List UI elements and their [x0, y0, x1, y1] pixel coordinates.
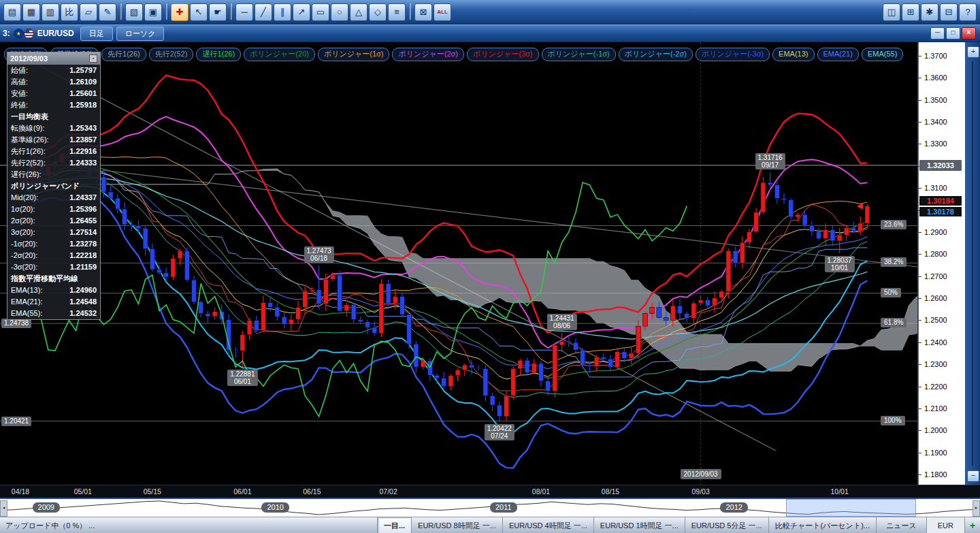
parallel-lines-tool-icon[interactable]: ∥ [274, 3, 291, 21]
zoom-scroll-track[interactable] [972, 61, 973, 466]
price-axis-label: 1.2400 [924, 338, 947, 346]
eraser-icon[interactable]: ⊠ [414, 3, 432, 21]
chart-tabs: 一目...EUR/USD 8時間足 一...EUR/USD 4時間足 一...E… [377, 517, 876, 533]
rectangle-tool-icon[interactable]: ▭ [312, 3, 329, 21]
zoom-out-button[interactable]: − [967, 470, 979, 482]
symbol-label: EUR/USD [37, 29, 74, 38]
print-icon[interactable]: ⊟ [940, 3, 958, 21]
settings-gear-icon[interactable]: ✱ [921, 3, 938, 21]
fib-level-label: 23.6% [881, 220, 906, 229]
palette-icon[interactable]: ▱ [80, 3, 97, 21]
polygon-tool-icon[interactable]: ◇ [369, 3, 387, 21]
zoom-in-button[interactable]: + [967, 46, 979, 58]
last-price-arrow-icon [857, 203, 863, 210]
tooltip-row: 終値:1.25918 [7, 99, 100, 111]
price-chart-svg[interactable] [0, 42, 917, 485]
legend-item[interactable]: 先行1(26) [101, 48, 146, 61]
price-axis-label: 1.1900 [924, 449, 947, 457]
edit-pencil-icon[interactable]: ✎ [99, 3, 116, 21]
legend-item[interactable]: ボリンジャー(2σ) [392, 48, 464, 61]
pointer-tool-icon[interactable]: ↖ [190, 3, 208, 21]
legend-item[interactable]: ボリンジャー(-3σ) [696, 48, 770, 61]
legend-item[interactable]: 遅行1(26) [196, 48, 241, 61]
chart-layout-icon[interactable]: ▧ [125, 3, 143, 21]
compare-icon[interactable]: 比 [61, 3, 78, 21]
restore-button[interactable]: □ [946, 27, 960, 39]
us-flag-icon [24, 29, 34, 39]
crosshair-tool-icon[interactable]: ✚ [171, 3, 189, 21]
fit-window-icon[interactable]: ⊞ [902, 3, 919, 21]
fib-anchor-price-label: 1.32033 [919, 160, 962, 171]
add-tab-button[interactable]: + [964, 517, 980, 533]
chart-canvas[interactable]: 転換線(9)基準線(26)先行1(26)先行2(52)遅行1(26)ボリンジャー… [0, 42, 918, 485]
legend-item[interactable]: EMA(21) [817, 48, 859, 61]
axis-tick [919, 474, 921, 475]
navigator-left-button[interactable]: ◂ [0, 500, 7, 517]
fibonacci-tool-icon[interactable]: ≡ [388, 3, 406, 21]
chart-tab[interactable]: EUR/USD 4時間足 一... [502, 517, 593, 533]
axis-tick [919, 78, 921, 78]
fib-level-label: 100% [881, 416, 905, 425]
axis-tick [919, 276, 921, 277]
minimize-button[interactable]: ─ [930, 27, 945, 39]
close-button[interactable]: × [962, 27, 976, 39]
price-axis-label: 1.3600 [924, 74, 947, 82]
arrow-line-tool-icon[interactable]: ↗ [293, 3, 310, 21]
navigator-right-button[interactable]: ▸ [973, 500, 980, 517]
chart-tab[interactable]: 比較チャート(パーセント)... [768, 517, 876, 533]
time-axis-label: 05/15 [144, 487, 161, 496]
legend-item[interactable]: ボリンジャー(3σ) [467, 48, 539, 61]
price-axis-label: 1.3400 [924, 118, 947, 126]
help-icon[interactable]: ? [959, 3, 977, 21]
legend-item[interactable]: ボリンジャー(20) [244, 48, 315, 61]
price-axis[interactable]: 1.37001.36001.35001.34001.33001.32001.31… [918, 42, 966, 485]
quote-board-icon[interactable]: ▤ [3, 3, 21, 21]
time-axis[interactable]: 04/1805/0105/1506/0106/1507/0208/0108/15… [0, 485, 980, 498]
tooltip-pin-button[interactable]: ▪ [89, 54, 97, 63]
price-axis-label: 1.2200 [924, 383, 947, 391]
tick-chart-icon[interactable]: ▥ [42, 3, 59, 21]
chart-type-button[interactable]: ローソク [116, 27, 165, 41]
axis-tick [919, 387, 921, 387]
tooltip-row: 基準線(26):1.23857 [7, 134, 100, 146]
price-axis-label: 1.3100 [924, 184, 947, 192]
legend-item[interactable]: ボリンジャー(-2σ) [619, 48, 693, 61]
swing-annotation: 1.2747306/18 [304, 246, 334, 263]
chart-tab[interactable]: 一目... [377, 517, 411, 533]
price-axis-label: 1.2600 [924, 294, 947, 302]
legend-item[interactable]: 先行2(52) [149, 48, 194, 61]
chart-tab[interactable]: EUR/USD 1時間足 一... [593, 517, 685, 533]
price-axis-label: 1.2700 [924, 272, 947, 280]
timeframe-button[interactable]: 日足 [80, 27, 113, 41]
tooltip-row: 2σ(20):1.26455 [7, 215, 100, 227]
erase-all-icon[interactable]: ALL [434, 3, 451, 21]
navigator-selection[interactable] [786, 499, 917, 517]
tooltip-row: 先行1(26):1.22916 [7, 146, 100, 157]
chart-tab[interactable]: EUR/USD 5分足 一... [685, 517, 768, 533]
triangle-tool-icon[interactable]: △ [350, 3, 368, 21]
crosshair-date-label: 2012/09/03 [681, 469, 721, 479]
save-layout-icon[interactable]: ▣ [144, 3, 162, 21]
navigator-year-label: 2011 [490, 502, 517, 513]
history-navigator[interactable]: 2009201020112012◂▸ [0, 498, 980, 517]
axis-tick [919, 56, 921, 56]
tooltip-row: 1σ(20):1.25396 [7, 204, 100, 215]
legend-item[interactable]: ボリンジャー(1σ) [318, 48, 390, 61]
horizontal-line-tool-icon[interactable]: ─ [235, 3, 253, 21]
axis-tick [919, 430, 921, 431]
legend-item[interactable]: ボリンジャー(-1σ) [542, 48, 616, 61]
hand-tool-icon[interactable]: ☛ [209, 3, 227, 21]
currency-selector[interactable]: EUR [926, 517, 964, 533]
tooltip-date: 2012/09/03 [10, 52, 48, 65]
trend-line-tool-icon[interactable]: ╱ [255, 3, 272, 21]
news-tab[interactable]: ニュース [876, 517, 926, 533]
new-chart-icon[interactable]: ▦ [22, 3, 40, 21]
ellipse-tool-icon[interactable]: ○ [331, 3, 348, 21]
time-axis-label: 10/01 [830, 487, 848, 496]
windows-arrange-icon[interactable]: ◫ [883, 3, 900, 21]
legend-item[interactable]: EMA(13) [772, 48, 814, 61]
axis-tick [919, 254, 921, 255]
tooltip-row: EMA(13):1.24960 [7, 285, 100, 296]
legend-item[interactable]: EMA(55) [862, 48, 903, 61]
chart-tab[interactable]: EUR/USD 8時間足 一... [411, 517, 502, 533]
